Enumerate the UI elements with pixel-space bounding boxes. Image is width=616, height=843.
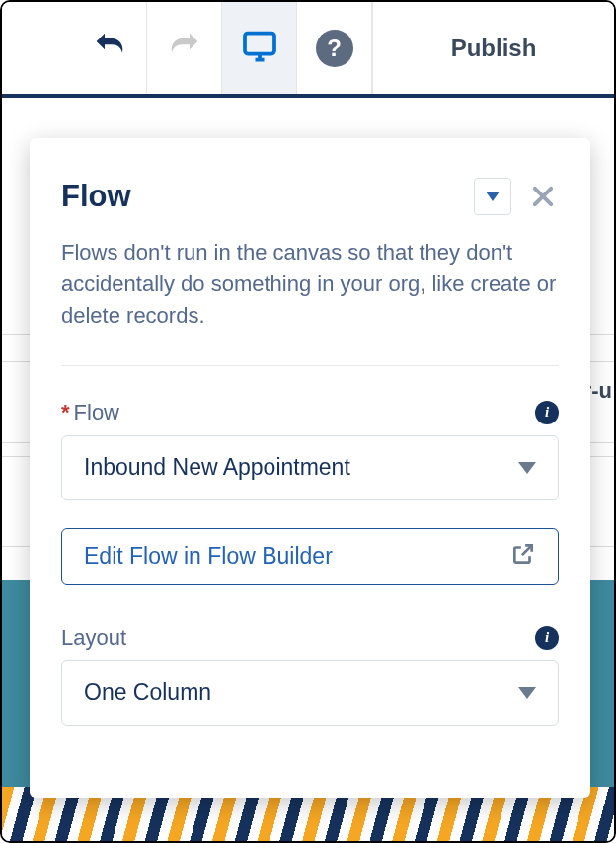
field-label-row: Layout i — [61, 625, 559, 651]
edit-flow-label: Edit Flow in Flow Builder — [84, 543, 333, 570]
help-button[interactable]: ? — [297, 2, 372, 94]
chevron-down-icon — [518, 462, 536, 474]
field-label-row: *Flow i — [61, 400, 559, 425]
component-panel: Flow Flows don't run in the canvas so th… — [30, 138, 590, 798]
undo-icon — [90, 27, 129, 70]
redo-button[interactable] — [147, 2, 222, 94]
layout-label: Layout — [61, 625, 126, 651]
help-icon: ? — [316, 30, 353, 67]
toolbar-spacer — [2, 2, 72, 94]
undo-button[interactable] — [72, 2, 147, 94]
desktop-icon — [242, 29, 277, 68]
close-icon — [529, 183, 557, 210]
redo-icon — [165, 27, 204, 70]
flow-label: *Flow — [61, 400, 119, 425]
chevron-down-icon — [518, 687, 536, 699]
layout-value: One Column — [84, 679, 211, 706]
toolbar: ? Publish — [2, 2, 614, 98]
collapse-button[interactable] — [474, 178, 511, 215]
flow-select[interactable]: Inbound New Appointment — [61, 435, 559, 500]
edit-flow-button[interactable]: Edit Flow in Flow Builder — [61, 528, 559, 585]
app-frame: ? Publish r-u Flow — [0, 0, 616, 843]
chevron-down-icon — [486, 192, 500, 201]
preview-button[interactable] — [222, 2, 297, 94]
publish-button[interactable]: Publish — [372, 2, 614, 94]
external-link-icon — [510, 541, 536, 573]
info-icon[interactable]: i — [535, 626, 559, 650]
flow-field: *Flow i Inbound New Appointment — [61, 400, 559, 500]
close-button[interactable] — [527, 181, 559, 212]
publish-label: Publish — [451, 35, 537, 62]
layout-select[interactable]: One Column — [61, 660, 559, 726]
panel-header-actions — [474, 178, 559, 215]
panel-title: Flow — [61, 179, 131, 214]
panel-header: Flow — [61, 178, 559, 215]
panel-description: Flows don't run in the canvas so that th… — [61, 237, 559, 332]
divider — [61, 365, 559, 366]
info-icon[interactable]: i — [535, 401, 559, 424]
svg-rect-0 — [245, 33, 274, 53]
layout-field: Layout i One Column — [61, 625, 559, 726]
flow-value: Inbound New Appointment — [84, 454, 350, 481]
